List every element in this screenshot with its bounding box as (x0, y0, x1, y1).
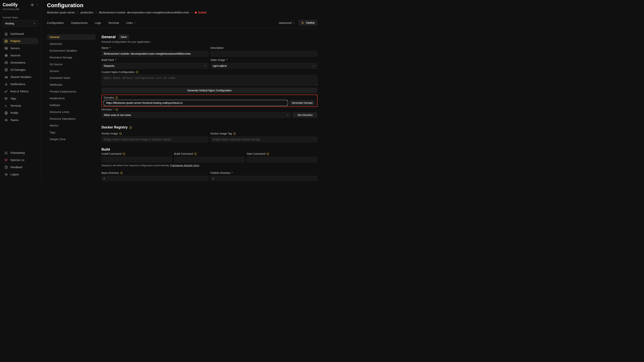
sidebar-collapse-chevrons-icon[interactable] (36, 3, 38, 6)
section-heading-general: General (102, 35, 116, 39)
start-command-input[interactable] (247, 157, 318, 162)
sidebar-item-label: Terminal (10, 104, 21, 107)
sidebar-item-destinations[interactable]: Destinations (3, 59, 38, 66)
keys-tokens-icon (4, 90, 8, 93)
tab-logs[interactable]: Logs (95, 21, 101, 24)
breadcrumb-application[interactable]: illicitestonion/-module--decomposition:m… (99, 11, 189, 14)
info-icon[interactable] (115, 108, 118, 111)
shared-variables-icon: (x) (4, 76, 8, 78)
config-menu-item-advanced[interactable]: Advanced (47, 41, 96, 47)
sidebar-item-servers[interactable]: Servers (3, 45, 38, 51)
sidebar-item-label: Tags (10, 97, 16, 100)
info-icon[interactable] (233, 132, 236, 135)
save-button[interactable]: Save (118, 34, 129, 39)
config-menu-item-scheduled-tasks[interactable]: Scheduled Tasks (47, 75, 96, 81)
sidebar-item-profile[interactable]: Profile (3, 110, 38, 116)
config-menu-item-resource-limits[interactable]: Resource Limits (47, 109, 96, 115)
sidebar-item-tags[interactable]: Tags (3, 95, 38, 102)
sidebar-item-sponsor-us[interactable]: Sponsor us (3, 157, 38, 163)
config-menu-item-preview-deployments[interactable]: Preview Deployments (47, 89, 96, 94)
info-icon[interactable] (115, 96, 118, 99)
config-menu-item-git-source[interactable]: Git Source (47, 61, 96, 67)
config-menu-item-metrics[interactable]: Metrics (47, 123, 96, 128)
info-icon[interactable] (120, 172, 123, 174)
description-label: Description (210, 46, 318, 50)
info-icon[interactable] (194, 152, 197, 155)
info-icon[interactable] (122, 152, 125, 155)
advanced-dropdown[interactable]: Advanced (279, 21, 295, 24)
sidebar-item-label: Notifications (10, 83, 25, 86)
config-menu-item-healthcheck[interactable]: Healthcheck (47, 95, 96, 101)
set-direction-button[interactable]: Set Direction (293, 112, 318, 118)
install-command-input[interactable] (102, 157, 172, 162)
config-menu-item-servers[interactable]: Servers (47, 68, 96, 74)
static-image-select[interactable]: nginx:alpine (210, 63, 318, 69)
sidebar-item-projects[interactable]: Projects (3, 38, 38, 44)
sidebar-item-feedback[interactable]: Feedback (3, 164, 38, 170)
sidebar-item-label: Servers (10, 47, 20, 50)
custom-nginx-textarea[interactable] (102, 75, 318, 86)
docker-image-tag-input[interactable] (210, 137, 318, 142)
generate-nginx-button[interactable]: Generate Default Nginx Configuration (102, 88, 318, 93)
install-command-label: Install Command (102, 152, 172, 156)
sidebar-item-label: S3 Storages (10, 68, 26, 71)
info-icon[interactable] (266, 152, 269, 155)
tab-configuration[interactable]: Configuration (47, 21, 64, 24)
build-pack-select[interactable]: Nixpacks (102, 63, 208, 69)
static-image-label: Static Image* (210, 58, 318, 62)
tab-terminal[interactable]: Terminal (108, 21, 119, 24)
sidebar-item-keys-tokens[interactable]: Keys & Tokens (3, 88, 38, 95)
tab-links-label: Links (126, 21, 133, 24)
config-menu-item-resource-operations[interactable]: Resource Operations (47, 116, 96, 122)
framework-docs-link[interactable]: Framework Specific Docs (170, 164, 199, 167)
sidebar-item-label: Sponsor us (10, 158, 24, 162)
breadcrumb-environment[interactable]: production (81, 11, 94, 14)
chevron-down-icon (312, 64, 315, 67)
config-menu-item-rollback[interactable]: Rollback (47, 102, 96, 108)
config-menu-item-environment-variables[interactable]: Environment Variables (47, 48, 96, 53)
sidebar-item-notifications[interactable]: Notifications (3, 81, 38, 87)
build-command-input[interactable] (174, 157, 245, 162)
config-menu-item-persistent-storage[interactable]: Persistent Storage (47, 55, 96, 60)
description-input[interactable] (210, 51, 318, 56)
info-icon[interactable] (136, 71, 138, 73)
name-input[interactable] (102, 51, 208, 56)
info-icon[interactable] (129, 126, 132, 129)
sidebar-item-onboarding[interactable]: Onboarding (3, 150, 38, 156)
logout-icon (4, 173, 8, 176)
config-menu-item-general[interactable]: General (47, 34, 96, 40)
sidebar-item-teams[interactable]: Teams (3, 117, 38, 123)
config-menu-item-tags[interactable]: Tags (47, 130, 96, 135)
direction-select[interactable]: Allow www & non-www. (102, 112, 291, 118)
sidebar-item-label: Projects (10, 39, 20, 42)
app-logo[interactable]: Coolify (3, 2, 18, 7)
sidebar-item-s3-storages[interactable]: S3 Storages (3, 66, 38, 73)
sidebar-item-terminal[interactable]: >_ Terminal (3, 102, 38, 109)
domains-input[interactable] (104, 100, 288, 106)
home-icon (4, 32, 8, 36)
help-circle-icon (4, 165, 8, 169)
generate-domain-button[interactable]: Generate Domain (289, 100, 315, 106)
team-select[interactable]: Hosting (3, 20, 38, 26)
deploy-button[interactable]: Deploy (298, 20, 318, 26)
docker-image-input[interactable] (102, 137, 208, 142)
tab-deployments[interactable]: Deployments (71, 21, 88, 24)
sidebar-item-shared-variables[interactable]: (x) Shared Variables (3, 74, 38, 80)
info-icon[interactable] (119, 132, 122, 135)
sidebar-item-sources[interactable]: Sources (3, 52, 38, 59)
sidebar-item-logout[interactable]: Logout (3, 171, 38, 178)
base-directory-input[interactable] (102, 176, 208, 181)
domains-label: Domains (104, 96, 315, 99)
main-content: Configuration illicitonion quote server … (41, 0, 322, 181)
config-menu-item-danger-zone[interactable]: Danger Zone (47, 136, 96, 142)
name-label: Name* (102, 46, 208, 50)
config-menu-item-webhooks[interactable]: Webhooks (47, 82, 96, 88)
publish-directory-input[interactable] (210, 176, 318, 181)
page-title: Configuration (47, 2, 318, 8)
breadcrumb-project[interactable]: illicitonion quote server (47, 11, 75, 14)
nixpacks-note: Nixpacks will detect the required config… (102, 164, 318, 167)
tab-links[interactable]: Links (126, 21, 136, 24)
theme-toggle-sun-icon[interactable] (30, 3, 34, 7)
chevron-down-icon (204, 64, 206, 67)
sidebar-item-dashboard[interactable]: Dashboard (3, 31, 38, 37)
